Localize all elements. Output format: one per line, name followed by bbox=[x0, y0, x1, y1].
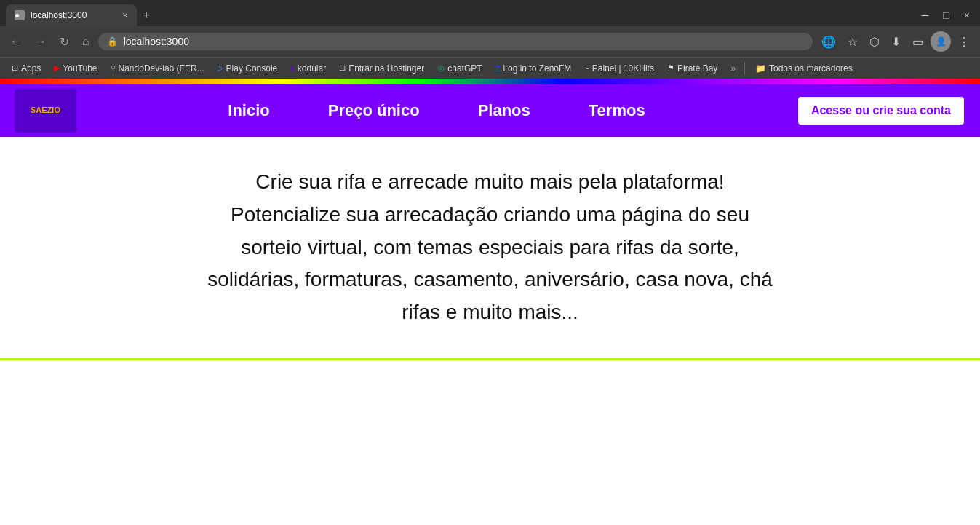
bookmarks-more-button[interactable]: » bbox=[726, 61, 740, 76]
url-text: localhost:3000 bbox=[124, 36, 804, 47]
tab-close-button[interactable]: × bbox=[122, 10, 128, 20]
address-bar: ← → ↻ ⌂ 🔒 localhost:3000 🌐 ☆ ⬡ ⬇ ▭ 👤 ⋮ bbox=[0, 26, 980, 57]
site-logo[interactable]: SAEZIO bbox=[15, 89, 76, 133]
bookmark-play-console-label: Play Console bbox=[226, 63, 278, 74]
bookmark-apps-label: Apps bbox=[21, 63, 41, 74]
bookmark-zenofm[interactable]: Z Log in to ZenoFM bbox=[490, 61, 578, 76]
bookmarks-bar: ⊞ Apps ▶ YouTube ⑂ NandoDev-lab (FER... … bbox=[0, 57, 980, 79]
folder-icon: 📁 bbox=[755, 63, 766, 74]
play-console-icon: ▷ bbox=[218, 63, 223, 73]
bookmark-nandodev-label: NandoDev-lab (FER... bbox=[119, 63, 204, 74]
bookmark-kodular[interactable]: k kodular bbox=[284, 61, 332, 76]
home-button[interactable]: ⌂ bbox=[78, 32, 94, 51]
youtube-icon: ▶ bbox=[54, 63, 60, 73]
bookmark-kodular-label: kodular bbox=[298, 63, 326, 74]
refresh-button[interactable]: ↻ bbox=[55, 32, 73, 52]
bookmark-piratebay-label: Pirate Bay bbox=[677, 63, 717, 74]
profile-button[interactable]: 👤 bbox=[931, 31, 951, 52]
tab-bar: ● localhost:3000 × + bbox=[6, 4, 917, 26]
hero-section: Crie sua rifa e arrecade muito mais pela… bbox=[0, 137, 980, 351]
lock-icon: 🔒 bbox=[107, 36, 118, 47]
forward-button[interactable]: → bbox=[31, 32, 51, 51]
cta-button[interactable]: Acesse ou crie sua conta bbox=[797, 95, 965, 126]
tab-title: localhost:3000 bbox=[31, 10, 116, 20]
site-nav: SAEZIO Inicio Preço único Planos Termos … bbox=[0, 84, 980, 137]
bookmarks-folder[interactable]: 📁 Todos os marcadores bbox=[749, 61, 859, 76]
chatgpt-icon: ◎ bbox=[437, 63, 445, 73]
cast-button[interactable]: ▭ bbox=[908, 32, 928, 52]
maximize-button[interactable]: □ bbox=[939, 8, 953, 23]
translate-button[interactable]: 🌐 bbox=[817, 32, 840, 52]
bookmark-youtube[interactable]: ▶ YouTube bbox=[48, 61, 103, 76]
menu-button[interactable]: ⋮ bbox=[954, 32, 974, 52]
tab-favicon: ● bbox=[15, 10, 25, 20]
window-controls: ─ □ × bbox=[917, 8, 974, 23]
bookmarks-separator bbox=[744, 62, 745, 75]
bookmark-piratebay[interactable]: ⚑ Pirate Bay bbox=[661, 61, 723, 76]
kodular-icon: k bbox=[290, 64, 295, 73]
bookmark-hostinger-label: Entrar na Hostinger bbox=[348, 63, 424, 74]
bookmark-10khits[interactable]: ~ Painel | 10KHits bbox=[578, 61, 660, 76]
bookmark-chatgpt-label: chatGPT bbox=[447, 63, 482, 74]
browser-chrome: ● localhost:3000 × + ─ □ × ← → ↻ ⌂ 🔒 loc… bbox=[0, 0, 980, 79]
zenofm-icon: Z bbox=[495, 64, 501, 73]
bookmark-chatgpt[interactable]: ◎ chatGPT bbox=[431, 61, 487, 76]
nav-termos[interactable]: Termos bbox=[589, 101, 645, 120]
site-logo-text: SAEZIO bbox=[31, 106, 60, 115]
apps-icon: ⊞ bbox=[12, 63, 18, 73]
bookmark-10khits-label: Painel | 10KHits bbox=[592, 63, 654, 74]
rainbow-bar bbox=[0, 79, 980, 84]
piratebay-icon: ⚑ bbox=[667, 63, 674, 73]
back-button[interactable]: ← bbox=[6, 32, 26, 51]
bookmark-youtube-label: YouTube bbox=[63, 63, 97, 74]
bookmark-zenofm-label: Log in to ZenoFM bbox=[503, 63, 571, 74]
bookmark-apps[interactable]: ⊞ Apps bbox=[6, 61, 47, 76]
github-icon: ⑂ bbox=[111, 64, 116, 73]
10khits-icon: ~ bbox=[584, 64, 589, 73]
extension-button[interactable]: ⬡ bbox=[865, 32, 884, 52]
empty-area bbox=[0, 360, 980, 525]
url-bar[interactable]: 🔒 localhost:3000 bbox=[98, 33, 813, 50]
bookmark-nandodev[interactable]: ⑂ NandoDev-lab (FER... bbox=[105, 61, 210, 76]
website: SAEZIO Inicio Preço único Planos Termos … bbox=[0, 79, 980, 525]
hero-text: Crie sua rifa e arrecade muito mais pela… bbox=[199, 166, 781, 329]
active-tab[interactable]: ● localhost:3000 × bbox=[6, 4, 137, 26]
nav-links: Inicio Preço único Planos Termos bbox=[76, 101, 797, 120]
download-button[interactable]: ⬇ bbox=[887, 32, 905, 52]
bookmark-hostinger[interactable]: ⊟ Entrar na Hostinger bbox=[333, 61, 430, 76]
close-button[interactable]: × bbox=[960, 8, 974, 23]
new-tab-button[interactable]: + bbox=[137, 5, 156, 26]
nav-planos[interactable]: Planos bbox=[478, 101, 530, 120]
hostinger-icon: ⊟ bbox=[339, 63, 346, 73]
bookmarks-folder-label: Todos os marcadores bbox=[769, 63, 853, 74]
title-bar: ● localhost:3000 × + ─ □ × bbox=[0, 0, 980, 26]
toolbar-icons: 🌐 ☆ ⬡ ⬇ ▭ 👤 ⋮ bbox=[817, 31, 974, 52]
bookmark-star-button[interactable]: ☆ bbox=[843, 32, 862, 52]
nav-inicio[interactable]: Inicio bbox=[228, 101, 269, 120]
bookmark-play-console[interactable]: ▷ Play Console bbox=[212, 61, 284, 76]
nav-preco[interactable]: Preço único bbox=[328, 101, 420, 120]
minimize-button[interactable]: ─ bbox=[917, 8, 933, 23]
